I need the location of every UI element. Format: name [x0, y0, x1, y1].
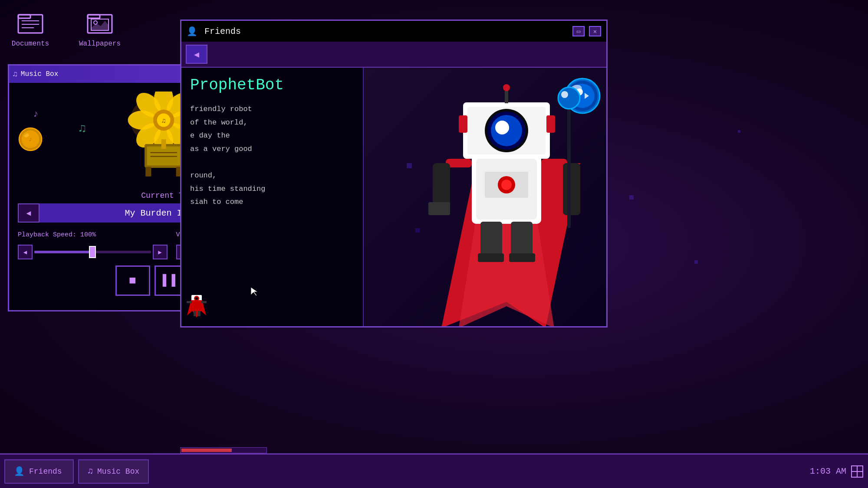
svg-point-72 [501, 180, 512, 190]
svg-point-79 [558, 87, 580, 109]
svg-point-91 [503, 84, 510, 91]
pixel-decoration [694, 260, 698, 264]
taskbar-music-icon: ♫ [88, 466, 93, 476]
prophet-panel: ProphetBot friendly robot of the world, … [181, 68, 364, 326]
documents-icon[interactable]: Documents [9, 9, 52, 48]
svg-rect-1 [18, 15, 30, 18]
speed-slider-container: ◀ ▶ [18, 245, 168, 259]
taskbar-progress-bar-area [180, 447, 267, 453]
svg-rect-77 [563, 163, 580, 215]
svg-point-80 [561, 91, 568, 98]
svg-text:♫: ♫ [162, 117, 166, 125]
prophet-text: friendly robot of the world, e day the a… [190, 103, 354, 209]
taskbar-music-box-item[interactable]: ♫ Music Box [78, 459, 149, 484]
svg-rect-55 [194, 311, 196, 316]
friends-person-icon: 👤 [187, 26, 197, 37]
prophet-text-line-7: siah to come [190, 196, 354, 209]
speed-decrease-btn[interactable]: ◀ [18, 245, 33, 259]
mini-robot-svg [186, 287, 207, 318]
svg-rect-27 [161, 139, 166, 149]
svg-rect-6 [88, 15, 100, 18]
svg-rect-95 [509, 253, 535, 262]
friends-minimize-btn[interactable]: ▭ [572, 26, 585, 36]
mini-robot [186, 287, 207, 318]
svg-rect-78 [567, 98, 571, 228]
svg-rect-92 [480, 222, 502, 256]
prophet-text-line-5: round, [190, 169, 354, 183]
prophet-bot-svg [398, 76, 606, 326]
friends-titlebar: 👤 Friends ▭ ✕ [181, 21, 606, 42]
desktop-icons-area: Documents Wallpapers [9, 9, 122, 48]
taskbar-clock: 1:03 AM [810, 465, 864, 478]
friends-nav-back-btn[interactable]: ◀ [186, 45, 207, 64]
mouse-cursor [250, 286, 259, 297]
svg-marker-96 [251, 287, 258, 296]
friends-title: Friends [204, 26, 568, 36]
svg-rect-90 [505, 89, 508, 103]
pixel-decoration [738, 130, 740, 133]
svg-rect-28 [145, 167, 151, 177]
music-note-title-icon: ♫ [13, 70, 17, 79]
prophet-text-line-1: friendly robot [190, 103, 354, 116]
svg-rect-75 [428, 202, 450, 215]
prophet-text-line-3: e day the [190, 129, 354, 143]
taskbar-friends-item[interactable]: 👤 Friends [4, 459, 74, 484]
prev-track-btn[interactable]: ◀ [18, 203, 39, 223]
svg-rect-65 [415, 228, 420, 233]
pause-icon: ▌▌ [163, 274, 181, 288]
prophet-text-line-6: his time standing [190, 183, 354, 196]
svg-rect-74 [433, 163, 450, 206]
wallpapers-folder-icon [86, 9, 114, 36]
speed-increase-btn[interactable]: ▶ [153, 245, 168, 259]
coin-art: ♪ [18, 122, 43, 157]
documents-label: Documents [12, 40, 49, 48]
playback-speed-label: Playback Speed: 100% [18, 231, 96, 239]
svg-rect-64 [407, 163, 412, 168]
svg-point-51 [195, 297, 198, 300]
svg-rect-53 [187, 301, 192, 303]
taskbar-friends-label: Friends [29, 467, 62, 476]
svg-text:♪: ♪ [29, 136, 33, 143]
svg-rect-94 [478, 253, 504, 262]
prophet-text-line-2: of the world, [190, 116, 354, 130]
speed-slider-fill [34, 251, 92, 253]
playback-speed-section: Playback Speed: 100% [18, 231, 168, 239]
svg-rect-89 [546, 115, 555, 133]
svg-rect-93 [511, 222, 533, 256]
stop-btn[interactable]: ■ [115, 265, 150, 296]
clock-time: 1:03 AM [810, 466, 846, 476]
taskbar-music-label: Music Box [97, 467, 139, 476]
wallpapers-label: Wallpapers [79, 40, 121, 48]
documents-folder-icon [16, 9, 44, 36]
friends-window: 👤 Friends ▭ ✕ ◀ ProphetBot friendly robo… [180, 20, 608, 328]
svg-rect-88 [459, 115, 467, 133]
taskbar-friends-icon: 👤 [14, 466, 25, 477]
friends-content: ProphetBot friendly robot of the world, … [181, 68, 606, 326]
prophet-text-line-4: as a very good [190, 143, 354, 156]
taskbar-notification-icon [851, 465, 864, 478]
pixel-decoration [629, 195, 634, 200]
svg-point-87 [502, 125, 509, 132]
friends-close-btn[interactable]: ✕ [589, 26, 601, 36]
progress-red-fill [181, 449, 232, 452]
prophet-name: ProphetBot [190, 76, 354, 94]
friends-nav-bar: ◀ [181, 42, 606, 68]
svg-rect-54 [201, 301, 207, 303]
wallpapers-icon[interactable]: Wallpapers [78, 9, 122, 48]
speed-slider-thumb[interactable] [89, 246, 96, 258]
speed-slider-track[interactable] [34, 251, 151, 253]
robot-panel [364, 68, 606, 326]
taskbar: 👤 Friends ♫ Music Box 1:03 AM [0, 453, 868, 488]
svg-rect-56 [198, 311, 201, 316]
